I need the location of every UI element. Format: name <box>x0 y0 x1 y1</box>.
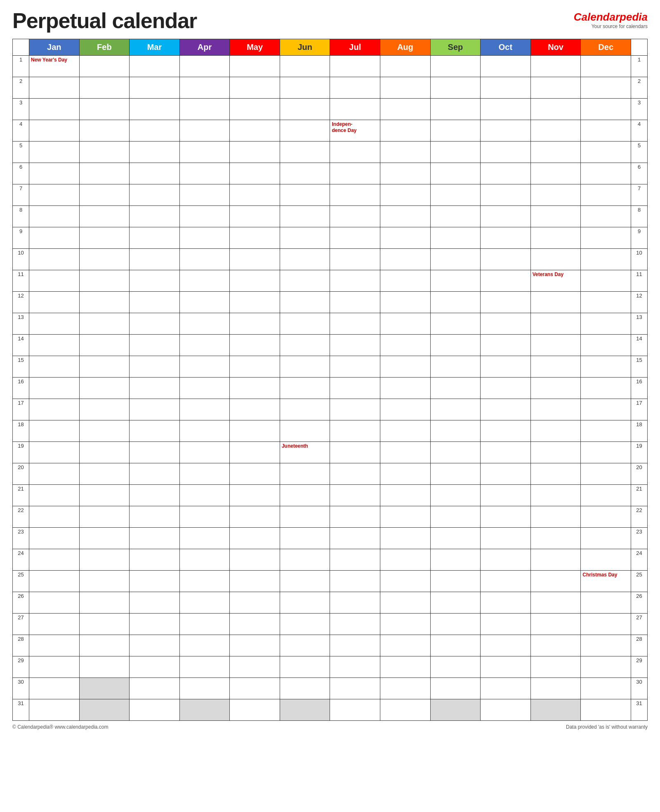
cell-m1-d12 <box>29 292 80 313</box>
cell-m5-d21 <box>230 485 280 506</box>
day-num-left-27: 27 <box>13 614 29 635</box>
cell-m1-d27 <box>29 614 80 635</box>
calendar-row-1: 1New Year's Day1 <box>13 56 648 77</box>
cell-m9-d9 <box>430 227 481 249</box>
day-num-left-29: 29 <box>13 656 29 678</box>
cell-m5-d17 <box>230 399 280 420</box>
cell-m2-d13 <box>79 313 130 335</box>
cell-m3-d24 <box>130 549 180 571</box>
cell-m12-d7 <box>581 184 631 206</box>
cell-m9-d16 <box>430 378 481 399</box>
cell-m9-d27 <box>430 614 481 635</box>
cell-m11-d2 <box>530 77 581 99</box>
cell-m4-d15 <box>179 356 230 378</box>
cell-m1-d24 <box>29 549 80 571</box>
cell-m4-d6 <box>179 163 230 184</box>
cell-m3-d4 <box>130 120 180 142</box>
cell-m8-d1 <box>380 56 431 77</box>
cell-m1-d28 <box>29 635 80 656</box>
page-title: Perpetual calendar <box>12 8 197 33</box>
calendar-row-4: 4Indepen- dence Day4 <box>13 120 648 142</box>
cell-m5-d7 <box>230 184 280 206</box>
cell-m8-d4 <box>380 120 431 142</box>
footer: © Calendarpedia® www.calendarpedia.com D… <box>12 724 648 730</box>
header-row: Jan Feb Mar Apr May Jun Jul Aug Sep Oct … <box>13 39 648 56</box>
calendar-row-3: 33 <box>13 99 648 120</box>
cell-m1-d23 <box>29 528 80 549</box>
day-num-right-9: 9 <box>631 227 648 249</box>
cell-m6-d31 <box>280 699 330 721</box>
cell-m12-d23 <box>581 528 631 549</box>
cell-m6-d15 <box>280 356 330 378</box>
cell-m6-d7 <box>280 184 330 206</box>
cell-m8-d5 <box>380 142 431 163</box>
cell-m7-d15 <box>330 356 380 378</box>
cell-m11-d1 <box>530 56 581 77</box>
cell-m8-d3 <box>380 99 431 120</box>
cell-m10-d30 <box>481 678 531 699</box>
calendar-body: 1New Year's Day122334Indepen- dence Day4… <box>13 56 648 721</box>
day-num-right-24: 24 <box>631 549 648 571</box>
cell-m8-d13 <box>380 313 431 335</box>
cell-m2-d29 <box>79 656 130 678</box>
cell-m2-d9 <box>79 227 130 249</box>
calendar-row-19: 19Juneteenth19 <box>13 442 648 463</box>
cell-m3-d16 <box>130 378 180 399</box>
cell-m8-d16 <box>380 378 431 399</box>
cell-m5-d18 <box>230 420 280 442</box>
cell-m12-d14 <box>581 335 631 356</box>
cell-m8-d22 <box>380 506 431 528</box>
day-num-left-19: 19 <box>13 442 29 463</box>
cell-m10-d13 <box>481 313 531 335</box>
cell-m4-d1 <box>179 56 230 77</box>
header-dec: Dec <box>581 39 631 56</box>
cell-m7-d5 <box>330 142 380 163</box>
cell-m8-d31 <box>380 699 431 721</box>
cell-m7-d4: Indepen- dence Day <box>330 120 380 142</box>
day-num-right-3: 3 <box>631 99 648 120</box>
cell-m10-d25 <box>481 571 531 592</box>
cell-m4-d19 <box>179 442 230 463</box>
cell-m11-d27 <box>530 614 581 635</box>
cell-m1-d7 <box>29 184 80 206</box>
day-num-left-15: 15 <box>13 356 29 378</box>
cell-m4-d27 <box>179 614 230 635</box>
cell-m7-d16 <box>330 378 380 399</box>
cell-m12-d26 <box>581 592 631 614</box>
cell-m2-d27 <box>79 614 130 635</box>
cell-m10-d3 <box>481 99 531 120</box>
page-header: Perpetual calendar Calendarpedia Your so… <box>12 8 648 33</box>
cell-m8-d7 <box>380 184 431 206</box>
cell-m3-d29 <box>130 656 180 678</box>
cell-m6-d2 <box>280 77 330 99</box>
day-num-right-17: 17 <box>631 399 648 420</box>
day-num-left-23: 23 <box>13 528 29 549</box>
day-num-left-4: 4 <box>13 120 29 142</box>
cell-m12-d22 <box>581 506 631 528</box>
cell-m12-d29 <box>581 656 631 678</box>
calendar-row-10: 1010 <box>13 249 648 270</box>
day-num-left-22: 22 <box>13 506 29 528</box>
cell-m6-d24 <box>280 549 330 571</box>
calendar-row-29: 2929 <box>13 656 648 678</box>
calendar-row-28: 2828 <box>13 635 648 656</box>
cell-m4-d17 <box>179 399 230 420</box>
day-num-left-1: 1 <box>13 56 29 77</box>
cell-m1-d4 <box>29 120 80 142</box>
cell-m5-d25 <box>230 571 280 592</box>
cell-m8-d24 <box>380 549 431 571</box>
header-empty-right <box>631 39 648 56</box>
day-num-right-13: 13 <box>631 313 648 335</box>
day-num-right-21: 21 <box>631 485 648 506</box>
header-empty-left <box>13 39 29 56</box>
logo-italic: pedia <box>620 11 648 23</box>
cell-m8-d14 <box>380 335 431 356</box>
cell-m12-d3 <box>581 99 631 120</box>
cell-m10-d23 <box>481 528 531 549</box>
day-num-right-31: 31 <box>631 699 648 721</box>
cell-m12-d9 <box>581 227 631 249</box>
cell-m10-d8 <box>481 206 531 227</box>
cell-m4-d18 <box>179 420 230 442</box>
cell-m5-d13 <box>230 313 280 335</box>
cell-m3-d25 <box>130 571 180 592</box>
